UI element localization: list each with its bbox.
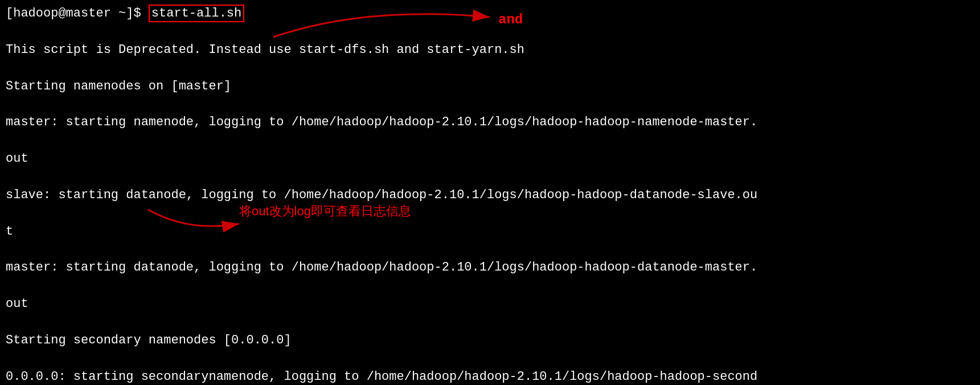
line-7: t: [6, 223, 974, 241]
annotation-chinese: 将out改为log即可查看日志信息: [239, 202, 411, 220]
line-10: Starting secondary namenodes [0.0.0.0]: [6, 331, 974, 350]
line-2: This script is Deprecated. Instead use s…: [6, 41, 974, 59]
command-highlight: start-all.sh: [149, 5, 244, 22]
line-4: master: starting namenode, logging to /h…: [6, 113, 974, 132]
line-9: out: [6, 295, 974, 313]
line-1: [hadoop@master ~]$ start-all.sh: [6, 5, 974, 23]
line-3: Starting namenodes on [master]: [6, 77, 974, 96]
line-8: master: starting datanode, logging to /h…: [6, 259, 974, 277]
prompt-1: [hadoop@master ~]$: [6, 6, 149, 21]
terminal: [hadoop@master ~]$ start-all.sh This scr…: [0, 0, 980, 385]
line-6: slave: starting datanode, logging to /ho…: [6, 186, 974, 204]
line-11: 0.0.0.0: starting secondarynamenode, log…: [6, 368, 974, 385]
line-5: out: [6, 150, 974, 168]
